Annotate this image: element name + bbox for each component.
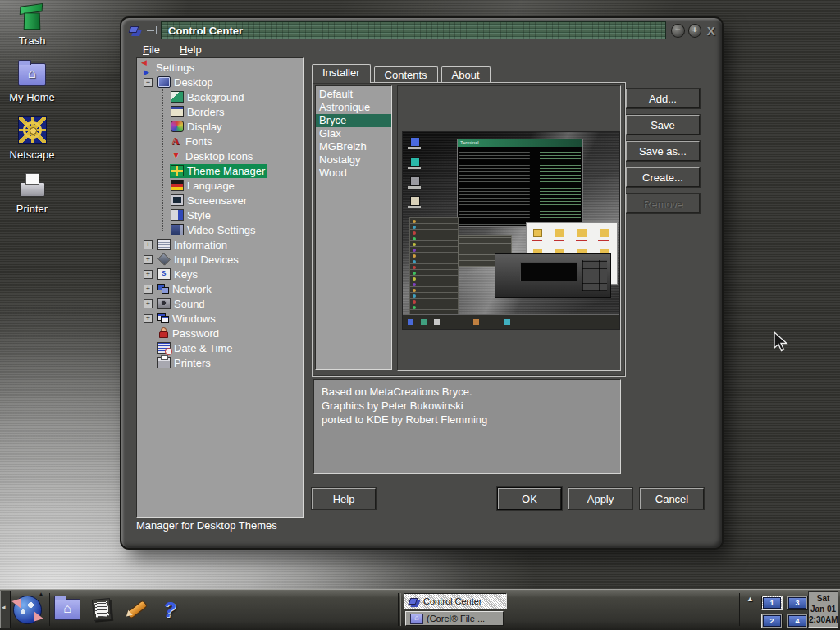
- desktop-icon-trash[interactable]: Trash: [0, 3, 64, 46]
- tree-item-network[interactable]: +Network: [137, 281, 303, 296]
- theme-item-glax[interactable]: Glax: [316, 127, 391, 140]
- pager-desktop-4[interactable]: 4: [787, 614, 808, 628]
- launcher-taskbar-home-icon[interactable]: [54, 599, 80, 620]
- kmenu-popup-arrow-icon[interactable]: [38, 591, 44, 598]
- tree-item-desktop[interactable]: −Desktop: [137, 75, 303, 89]
- tree-item-date-time[interactable]: Date & Time: [137, 340, 303, 355]
- pager-desktop-number: 1: [763, 597, 781, 609]
- tab-contents[interactable]: Contents: [374, 66, 438, 83]
- desktop-icon-printer[interactable]: Printer: [0, 173, 64, 216]
- tree-item-language[interactable]: Language: [137, 178, 303, 193]
- kmenu-globe-icon: [13, 596, 42, 624]
- preview-media-player: [495, 253, 611, 298]
- create-button[interactable]: Create...: [626, 167, 700, 187]
- tree-item-keys[interactable]: +Keys: [137, 267, 303, 281]
- titlebar[interactable]: Control Center −+X: [126, 21, 717, 39]
- expander-plus-icon[interactable]: +: [144, 285, 153, 294]
- pager-desktop-3[interactable]: 3: [787, 596, 808, 610]
- tree-item-desktop-icons[interactable]: Desktop Icons: [137, 148, 303, 163]
- tree-item-fonts[interactable]: Fonts: [137, 134, 303, 148]
- system-menu-icon[interactable]: [130, 25, 142, 35]
- minimize-button[interactable]: −: [671, 24, 685, 38]
- tree-item-style[interactable]: Style: [137, 208, 303, 222]
- pager-desktop-number: 3: [788, 597, 806, 609]
- preview-terminal-title: Terminal: [460, 140, 479, 145]
- theme-item-astronique[interactable]: Astronique: [316, 101, 391, 114]
- tree-item-label: Language: [187, 180, 235, 192]
- panel-divider: [739, 593, 742, 626]
- expander-minus-icon[interactable]: −: [144, 78, 153, 87]
- clock[interactable]: Sat Jan 01 2:30AM: [808, 591, 838, 628]
- tree-item-theme-manager[interactable]: Theme Manager: [137, 163, 303, 178]
- titlebar-stripes[interactable]: Control Center: [161, 21, 666, 39]
- tree-item-label: Information: [174, 239, 227, 251]
- tree-item-label: Settings: [156, 62, 194, 74]
- save-button[interactable]: Save: [626, 115, 700, 135]
- preview-icon: [410, 137, 420, 147]
- launcher-kmenu-globe-icon[interactable]: [13, 596, 42, 624]
- tree-item-video-settings[interactable]: Video Settings: [137, 222, 303, 237]
- ok-button[interactable]: OK: [498, 488, 561, 509]
- expander-plus-icon[interactable]: +: [144, 270, 153, 279]
- tree-item-settings[interactable]: Settings: [137, 60, 303, 75]
- add-button[interactable]: Add...: [626, 89, 700, 108]
- theme-item-wood[interactable]: Wood: [316, 167, 391, 180]
- panel-divider: [49, 593, 52, 626]
- theme-item-default[interactable]: Default: [316, 88, 391, 101]
- pager-desktop-1[interactable]: 1: [761, 596, 783, 610]
- menu-help[interactable]: Help: [180, 43, 202, 56]
- printers-icon: [158, 357, 171, 368]
- apply-button[interactable]: Apply: [568, 488, 632, 509]
- tree-item-input-devices[interactable]: +Input Devices: [137, 252, 303, 267]
- launcher-notes-icon[interactable]: [93, 599, 111, 620]
- close-button[interactable]: X: [705, 25, 717, 37]
- control-center-task-icon: [409, 597, 420, 606]
- desktop-icon-my-home[interactable]: My Home: [0, 60, 64, 103]
- tree-item-label: Screensaver: [187, 194, 247, 207]
- task-control-center[interactable]: Control Center: [404, 593, 507, 609]
- save-as-button[interactable]: Save as...: [626, 141, 700, 161]
- expander-plus-icon[interactable]: +: [144, 240, 153, 249]
- expander-plus-icon[interactable]: +: [144, 299, 153, 308]
- tree-item-label: Network: [172, 283, 212, 295]
- expander-plus-icon[interactable]: +: [144, 314, 153, 323]
- clock-day: Sat: [809, 593, 838, 604]
- cancel-button[interactable]: Cancel: [640, 488, 704, 509]
- date-time-icon: [158, 342, 171, 354]
- theme-item-nostalgy[interactable]: Nostalgy: [316, 153, 391, 167]
- theme-item-mgbreizh[interactable]: MGBreizh: [316, 140, 391, 153]
- desktop-icon-netscape[interactable]: Netscape: [0, 116, 64, 159]
- tree-item-password[interactable]: Password: [137, 326, 303, 340]
- panel-hide-handle[interactable]: [0, 591, 11, 628]
- pager-popup-arrow-icon[interactable]: [746, 595, 754, 603]
- description-line: ported to KDE by Robert Flemming: [322, 413, 613, 427]
- tab-strip: InstallerContentsAbout: [312, 64, 494, 83]
- tree-item-background[interactable]: Background: [137, 89, 303, 104]
- launcher-pencil-icon[interactable]: [123, 597, 149, 622]
- tab-about[interactable]: About: [441, 66, 491, 83]
- display-icon: [171, 121, 184, 132]
- launcher-help-icon[interactable]: [162, 597, 178, 622]
- menu-accel: H: [180, 43, 187, 56]
- maximize-button[interactable]: +: [688, 24, 702, 38]
- tree-item-label: Password: [172, 327, 219, 340]
- tree-item-windows[interactable]: +Windows: [137, 311, 303, 326]
- panel-divider: [398, 593, 401, 626]
- help-button[interactable]: Help: [312, 488, 376, 509]
- tree-item-display[interactable]: Display: [137, 119, 303, 134]
- pin-icon[interactable]: [146, 25, 158, 35]
- tree-item-printers[interactable]: Printers: [137, 355, 303, 370]
- tree-item-sound[interactable]: +Sound: [137, 296, 303, 311]
- tree-item-borders[interactable]: Borders: [137, 104, 303, 119]
- menu-file[interactable]: File: [143, 43, 160, 56]
- preview-kmenu: [409, 217, 459, 322]
- pager-desktop-2[interactable]: 2: [761, 614, 783, 628]
- tree-item-label: Style: [187, 209, 211, 221]
- task-corel-file[interactable]: (Corel® File ...: [405, 611, 504, 626]
- tree-item-screensaver[interactable]: Screensaver: [137, 193, 303, 208]
- tree-item-information[interactable]: +Information: [137, 237, 303, 252]
- expander-plus-icon[interactable]: +: [144, 255, 153, 264]
- preview-terminal-text: [459, 149, 581, 225]
- tab-installer[interactable]: Installer: [312, 64, 371, 83]
- theme-item-bryce[interactable]: Bryce: [316, 114, 391, 127]
